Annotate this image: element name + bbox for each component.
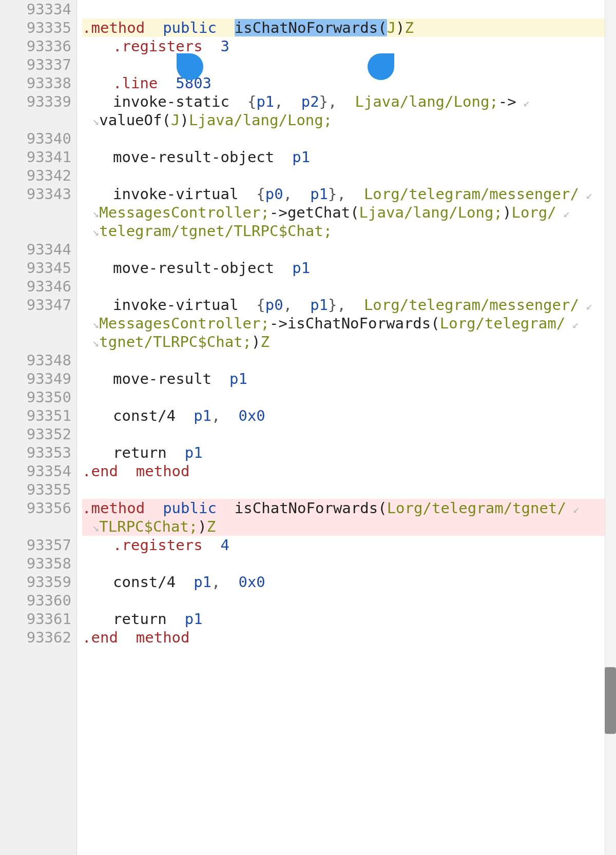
line-number: 93354 <box>3 462 71 480</box>
code-line[interactable]: move-result-object p1 <box>82 148 616 166</box>
code-token: isChatNoForwards( <box>235 19 387 36</box>
code-token: , <box>211 407 238 424</box>
line-number: 93336 <box>3 37 71 55</box>
code-token: Lorg/telegram/messenger/ <box>364 185 579 203</box>
scrollbar-track[interactable] <box>605 0 616 855</box>
code-token: ) <box>503 204 511 221</box>
code-token: -> <box>498 93 516 110</box>
code-token <box>167 444 185 461</box>
code-token: ( <box>378 499 387 517</box>
code-token: , <box>283 185 310 203</box>
code-line[interactable] <box>82 480 616 499</box>
code-token: 0x0 <box>238 407 265 424</box>
code-line[interactable]: .method public isChatNoForwards(J)Z <box>82 18 616 37</box>
code-token: Lorg/ <box>511 204 556 221</box>
code-line[interactable] <box>82 129 616 148</box>
line-number: 93334 <box>3 0 71 18</box>
code-token: invoke-virtual <box>113 296 238 314</box>
code-line[interactable]: return p1 <box>82 443 616 462</box>
code-line[interactable] <box>82 55 616 74</box>
code-token: p1 <box>194 573 211 591</box>
line-number: 93340 <box>3 129 71 148</box>
code-token: Lorg/telegram/tgnet/ <box>387 499 566 517</box>
code-token: { <box>238 185 265 203</box>
code-token: }, <box>328 296 364 314</box>
code-line[interactable] <box>82 388 616 406</box>
code-line[interactable]: invoke-virtual {p0, p1}, Lorg/telegram/m… <box>82 296 616 314</box>
code-token: invoke-virtual <box>113 185 238 203</box>
code-line[interactable]: invoke-virtual {p0, p1}, Lorg/telegram/m… <box>82 185 616 203</box>
code-line[interactable] <box>82 166 616 185</box>
code-token <box>158 74 176 92</box>
code-line[interactable] <box>82 0 616 18</box>
selection-handle-right[interactable] <box>368 53 394 80</box>
code-line[interactable]: move-result p1 <box>82 370 616 388</box>
code-token: p1 <box>310 185 328 203</box>
code-token <box>211 370 229 387</box>
code-token <box>145 19 163 36</box>
wrap-indicator-icon: ↙ <box>565 318 579 331</box>
selection-handle-left[interactable] <box>177 53 203 80</box>
code-token: const/4 <box>113 407 176 424</box>
scrollbar-thumb[interactable] <box>605 667 616 734</box>
wrap-continuation-icon: ↘ <box>92 225 99 238</box>
code-token: { <box>238 296 265 314</box>
code-line[interactable]: invoke-static {p1, p2}, Ljava/lang/Long;… <box>82 92 616 111</box>
code-token <box>176 573 194 591</box>
code-line[interactable]: ↘TLRPC$Chat;)Z <box>82 517 616 536</box>
code-line[interactable]: const/4 p1, 0x0 <box>82 406 616 425</box>
code-token: TLRPC$Chat; <box>99 518 198 535</box>
code-line[interactable] <box>82 591 616 610</box>
code-token: ( <box>431 315 439 332</box>
line-number: 93342 <box>3 166 71 185</box>
code-token: .registers <box>113 37 203 55</box>
code-line[interactable]: ↘telegram/tgnet/TLRPC$Chat; <box>82 222 616 240</box>
line-number: 93361 <box>3 610 71 628</box>
code-line[interactable]: ↘tgnet/TLRPC$Chat;)Z <box>82 333 616 351</box>
code-token: getChat <box>287 204 350 221</box>
code-line[interactable]: move-result-object p1 <box>82 259 616 277</box>
code-line[interactable] <box>82 425 616 443</box>
code-line[interactable]: ↘MessagesController;->getChat(Ljava/lang… <box>82 203 616 222</box>
code-token: p1 <box>256 93 274 110</box>
code-line[interactable]: .line 5803 <box>82 74 616 92</box>
code-token <box>176 407 194 424</box>
code-token: tgnet/TLRPC$Chat; <box>99 333 252 351</box>
code-token: -> <box>270 315 287 332</box>
code-token: , <box>274 93 301 110</box>
code-line[interactable]: .registers 4 <box>82 536 616 554</box>
code-token: Z <box>405 19 414 36</box>
code-line[interactable] <box>82 351 616 370</box>
code-line[interactable]: .method public isChatNoForwards(Lorg/tel… <box>82 499 616 517</box>
code-token: valueOf <box>99 111 162 129</box>
code-line[interactable] <box>82 554 616 573</box>
line-number: 93335 <box>3 18 71 37</box>
code-line[interactable]: ↘valueOf(J)Ljava/lang/Long; <box>82 111 616 129</box>
code-line[interactable]: return p1 <box>82 610 616 628</box>
line-number: 93356 <box>3 499 71 517</box>
line-number: 93353 <box>3 443 71 462</box>
line-number: 93339 <box>3 92 71 111</box>
code-token: p1 <box>292 259 310 277</box>
code-token: isChatNoForwards <box>287 315 431 332</box>
code-line[interactable]: const/4 p1, 0x0 <box>82 573 616 591</box>
code-token: isChatNoForwards <box>235 499 378 517</box>
code-line[interactable] <box>82 277 616 296</box>
code-token: move-result-object <box>113 259 274 277</box>
code-token: invoke-static <box>113 93 229 110</box>
code-line[interactable]: ↘MessagesController;->isChatNoForwards(L… <box>82 314 616 333</box>
code-line[interactable]: .end method <box>82 628 616 647</box>
code-editor-content[interactable]: .method public isChatNoForwards(J)Z.regi… <box>77 0 616 855</box>
line-number: 93360 <box>3 591 71 610</box>
code-token: move-result <box>113 370 211 387</box>
wrap-indicator-icon: ↙ <box>556 207 570 220</box>
code-line[interactable]: .end method <box>82 462 616 480</box>
code-token: MessagesController; <box>99 315 270 332</box>
code-line[interactable]: .registers 3 <box>82 37 616 55</box>
code-line[interactable] <box>82 240 616 259</box>
code-token: p1 <box>229 370 247 387</box>
line-number: 93349 <box>3 370 71 388</box>
code-token: .end method <box>82 462 190 480</box>
code-token: Ljava/lang/Long; <box>189 111 332 129</box>
code-token: Lorg/telegram/ <box>440 315 565 332</box>
